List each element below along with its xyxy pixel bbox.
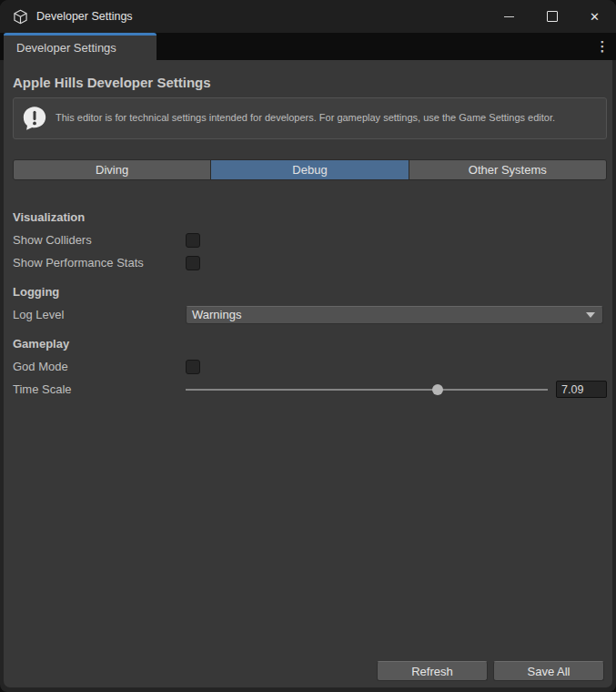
time-scale-label: Time Scale: [13, 382, 186, 396]
kebab-menu-icon[interactable]: ⋮: [589, 33, 616, 60]
maximize-button[interactable]: [530, 0, 573, 33]
god-mode-checkbox[interactable]: [186, 360, 200, 374]
refresh-button[interactable]: Refresh: [377, 661, 488, 681]
time-scale-slider-track[interactable]: [186, 389, 548, 391]
titlebar: Developer Settings ✕: [0, 0, 616, 33]
section-gameplay: Gameplay: [13, 337, 607, 351]
info-bubble-icon: [21, 105, 48, 132]
content-spacer: [9, 401, 607, 661]
show-performance-stats-checkbox[interactable]: [186, 256, 200, 270]
developer-settings-window: Developer Settings ✕ Developer Settings …: [0, 0, 616, 692]
close-button[interactable]: ✕: [573, 0, 616, 33]
tab-label: Developer Settings: [16, 41, 116, 55]
log-level-dropdown[interactable]: Warnings: [186, 306, 603, 324]
save-all-button[interactable]: Save All: [493, 661, 604, 681]
window-controls: ✕: [488, 0, 616, 33]
section-logging: Logging: [13, 285, 607, 299]
minimize-icon: [504, 16, 514, 17]
god-mode-label: God Mode: [13, 360, 186, 373]
info-helpbox: This editor is for technical settings in…: [13, 97, 607, 139]
tab-developer-settings[interactable]: Developer Settings: [4, 33, 157, 60]
time-scale-value-field[interactable]: [556, 381, 607, 398]
page-title: Apple Hills Developer Settings: [13, 75, 607, 90]
helpbox-text: This editor is for technical settings in…: [56, 111, 555, 125]
row-god-mode: God Mode: [13, 355, 607, 378]
maximize-icon: [547, 11, 558, 22]
log-level-value: Warnings: [192, 308, 586, 321]
settings-panel: Apple Hills Developer Settings This edit…: [4, 60, 612, 687]
section-visualization: Visualization: [13, 210, 607, 224]
tab-diving[interactable]: Diving: [14, 160, 211, 179]
row-show-colliders: Show Colliders: [13, 229, 607, 251]
tab-debug[interactable]: Debug: [211, 160, 409, 179]
tab-other-systems[interactable]: Other Systems: [409, 160, 606, 179]
show-colliders-label: Show Colliders: [13, 233, 186, 247]
close-icon: ✕: [590, 10, 600, 24]
row-time-scale: Time Scale: [13, 378, 607, 401]
row-show-performance-stats: Show Performance Stats: [13, 251, 607, 274]
editor-tab-bar: Developer Settings ⋮: [0, 33, 616, 60]
time-scale-slider[interactable]: [186, 383, 548, 396]
window-title: Developer Settings: [36, 10, 133, 23]
show-colliders-checkbox[interactable]: [186, 233, 200, 248]
show-performance-stats-label: Show Performance Stats: [13, 256, 186, 270]
log-level-label: Log Level: [13, 308, 186, 321]
minimize-button[interactable]: [488, 0, 530, 33]
category-tabs: Diving Debug Other Systems: [13, 159, 607, 180]
footer-buttons: Refresh Save All: [9, 661, 607, 685]
unity-app-icon: [13, 9, 28, 25]
chevron-down-icon: [586, 312, 595, 318]
time-scale-thumb[interactable]: [432, 384, 443, 395]
row-log-level: Log Level Warnings: [13, 303, 607, 326]
